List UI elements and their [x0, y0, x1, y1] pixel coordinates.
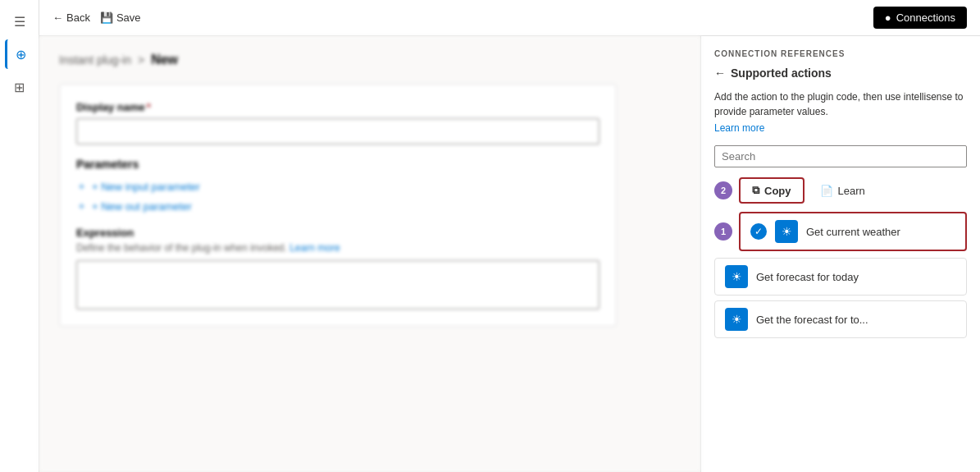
form-area: Instant plug-in > New Display name * Par…: [39, 36, 700, 472]
weather-icon-1: ☀: [775, 220, 798, 243]
weather-icon-2: ☀: [725, 265, 748, 288]
copy-learn-row: 2 ⧉ Copy 📄 Learn: [714, 177, 967, 204]
copy-icon: ⧉: [752, 184, 759, 197]
save-icon: 💾: [100, 11, 113, 24]
new-output-param[interactable]: ＋ + New out parameter: [76, 199, 599, 213]
panel-back-arrow-icon: ←: [714, 66, 726, 80]
add-output-icon: ＋: [76, 199, 87, 213]
expression-label: Expression: [76, 227, 599, 239]
back-label: Back: [66, 11, 90, 24]
grid-icon[interactable]: ⊞: [5, 72, 34, 102]
search-input[interactable]: [714, 145, 967, 167]
copy-button[interactable]: ⧉ Copy: [739, 177, 805, 204]
main-area: ← Back 💾 Save ● Connections Instant plug…: [39, 0, 980, 472]
panel-description: Add the action to the plugin code, then …: [714, 89, 967, 119]
plugin-icon[interactable]: ⊕: [5, 39, 34, 69]
panel-learn-more-link[interactable]: Learn more: [714, 122, 967, 134]
save-button[interactable]: 💾 Save: [100, 11, 141, 24]
sidebar: ☰ ⊕ ⊞: [0, 0, 39, 472]
breadcrumb: Instant plug-in > New: [59, 53, 681, 67]
parameters-title: Parameters: [76, 158, 599, 171]
connections-button[interactable]: ● Connections: [873, 7, 967, 29]
topbar-left: ← Back 💾 Save: [52, 11, 860, 24]
get-forecast-today-item[interactable]: ☀ Get forecast for today: [714, 258, 967, 296]
panel-section-label: CONNECTION REFERENCES: [714, 49, 967, 58]
add-input-icon: ＋: [76, 179, 87, 194]
content-body: Instant plug-in > New Display name * Par…: [39, 36, 980, 472]
expression-learn-more-link[interactable]: Learn more: [289, 242, 340, 254]
save-label: Save: [116, 11, 141, 24]
badge-2: 2: [714, 181, 732, 199]
action-label-3: Get the forecast for to...: [756, 314, 868, 326]
learn-icon: 📄: [820, 185, 833, 197]
check-icon: ✓: [750, 223, 767, 240]
weather-icon-3: ☀: [725, 308, 748, 331]
breadcrumb-parent: Instant plug-in: [59, 53, 131, 66]
form-section: Display name * Parameters ＋ + New input …: [59, 84, 617, 327]
display-name-label: Display name *: [76, 101, 599, 113]
connections-label: Connections: [896, 11, 955, 24]
expression-area: Expression Define the behavior of the pl…: [76, 227, 599, 309]
back-arrow-icon: ←: [52, 11, 63, 24]
action-label-1: Get current weather: [806, 226, 900, 238]
expression-desc: Define the behavior of the plug-in when …: [76, 242, 599, 254]
topbar: ← Back 💾 Save ● Connections: [39, 0, 980, 36]
action-label-2: Get forecast for today: [756, 271, 859, 283]
breadcrumb-current: New: [151, 53, 178, 67]
get-current-weather-item[interactable]: ✓ ☀ Get current weather: [739, 212, 967, 251]
breadcrumb-separator: >: [138, 53, 144, 66]
right-panel: CONNECTION REFERENCES ← Supported action…: [701, 36, 980, 472]
new-input-param[interactable]: ＋ + New input parameter: [76, 179, 599, 194]
get-forecast-item[interactable]: ☀ Get the forecast for to...: [714, 300, 967, 338]
menu-icon[interactable]: ☰: [5, 7, 34, 36]
badge-1: 1: [714, 222, 732, 241]
action-item-row-1: 1 ✓ ☀ Get current weather: [714, 212, 967, 251]
required-marker: *: [147, 101, 151, 113]
expression-box[interactable]: [76, 260, 599, 309]
learn-button[interactable]: 📄 Learn: [811, 179, 874, 203]
back-button[interactable]: ← Back: [52, 11, 90, 24]
display-name-input[interactable]: [76, 118, 599, 144]
connections-dot-icon: ●: [885, 11, 891, 24]
panel-back-button[interactable]: ← Supported actions: [714, 66, 967, 80]
